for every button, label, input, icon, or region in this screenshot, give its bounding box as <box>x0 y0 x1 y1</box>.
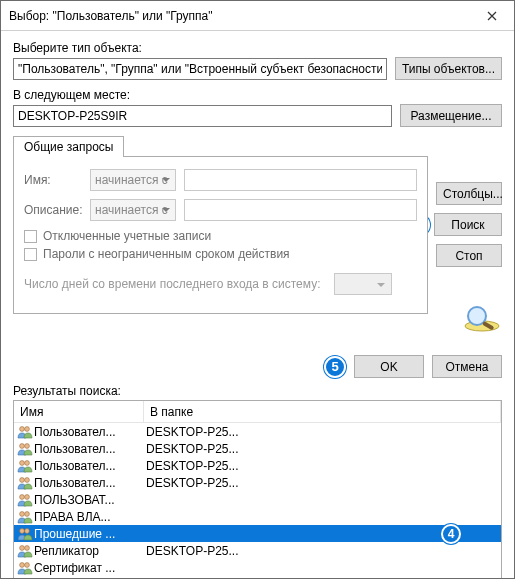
group-icon <box>16 544 34 558</box>
nonexpiring-passwords-label: Пароли с неограниченным сроком действия <box>43 247 290 261</box>
name-mode-select[interactable] <box>90 169 176 191</box>
svg-point-6 <box>25 443 30 448</box>
close-icon <box>487 11 497 21</box>
svg-point-7 <box>20 460 25 465</box>
svg-point-5 <box>20 443 25 448</box>
results-label: Результаты поиска: <box>13 384 502 398</box>
cell-name: Пользовател... <box>34 442 146 456</box>
svg-point-17 <box>20 545 25 550</box>
magnifier-icon <box>462 303 502 333</box>
ok-button[interactable]: OK <box>354 355 424 378</box>
days-select[interactable] <box>334 273 392 295</box>
group-icon <box>16 527 34 541</box>
columns-button[interactable]: Столбцы... <box>436 182 502 205</box>
svg-point-13 <box>20 511 25 516</box>
svg-point-14 <box>25 511 30 516</box>
svg-point-4 <box>25 426 30 431</box>
table-row[interactable]: Прошедшие ...4 <box>14 525 501 542</box>
cell-name: ПРАВА ВЛА... <box>34 510 146 524</box>
object-types-button[interactable]: Типы объектов... <box>395 57 502 80</box>
object-type-label: Выберите тип объекта: <box>13 41 387 55</box>
svg-point-1 <box>468 307 486 325</box>
table-row[interactable]: Сертификат ... <box>14 559 501 576</box>
table-row[interactable]: Пользовател...DESKTOP-P25... <box>14 440 501 457</box>
close-button[interactable] <box>469 1 514 31</box>
queries-panel: Имя: Описание: Отключенные учетные запис… <box>13 156 428 314</box>
table-row[interactable]: Пользовател...DESKTOP-P25... <box>14 423 501 440</box>
cell-folder: DESKTOP-P25... <box>146 459 501 473</box>
location-field[interactable] <box>13 105 392 127</box>
cell-folder: DESKTOP-P25... <box>146 476 501 490</box>
group-icon <box>16 476 34 490</box>
group-icon <box>16 510 34 524</box>
cell-folder: DESKTOP-P25... <box>146 442 501 456</box>
badge-5: 5 <box>324 356 346 378</box>
days-label: Число дней со времени последнего входа в… <box>24 277 320 291</box>
table-row[interactable]: РепликаторDESKTOP-P25... <box>14 542 501 559</box>
cell-name: Пользовател... <box>34 459 146 473</box>
header-name[interactable]: Имя <box>14 401 144 422</box>
search-button[interactable]: Поиск <box>434 213 502 236</box>
group-icon <box>16 493 34 507</box>
svg-point-19 <box>20 562 25 567</box>
cancel-button[interactable]: Отмена <box>432 355 502 378</box>
group-icon <box>16 442 34 456</box>
location-label: В следующем месте: <box>13 88 392 102</box>
titlebar: Выбор: "Пользователь" или "Группа" <box>1 1 514 31</box>
desc-mode-select[interactable] <box>90 199 176 221</box>
name-label: Имя: <box>24 173 82 187</box>
locations-button[interactable]: Размещение... <box>400 104 502 127</box>
cell-name: ПОЛЬЗОВАТ... <box>34 493 146 507</box>
group-icon <box>16 425 34 439</box>
svg-point-3 <box>20 426 25 431</box>
window-title: Выбор: "Пользователь" или "Группа" <box>9 9 213 23</box>
svg-point-20 <box>25 562 30 567</box>
svg-point-12 <box>25 494 30 499</box>
group-icon <box>16 459 34 473</box>
svg-point-18 <box>25 545 30 550</box>
group-icon <box>16 561 34 575</box>
header-folder[interactable]: В папке <box>144 401 501 422</box>
desc-label: Описание: <box>24 203 82 217</box>
svg-point-10 <box>25 477 30 482</box>
cell-name: Репликатор <box>34 544 146 558</box>
desc-value-input[interactable] <box>184 199 417 221</box>
svg-point-11 <box>20 494 25 499</box>
table-row[interactable]: Пользовател...DESKTOP-P25... <box>14 457 501 474</box>
cell-name: Сертификат ... <box>34 561 146 575</box>
table-row[interactable]: ПОЛЬЗОВАТ... <box>14 491 501 508</box>
stop-button[interactable]: Стоп <box>436 244 502 267</box>
cell-name: Прошедшие ... <box>34 527 146 541</box>
disabled-accounts-checkbox[interactable] <box>24 230 37 243</box>
svg-point-15 <box>20 528 25 533</box>
results-list[interactable]: Имя В папке Пользовател...DESKTOP-P25...… <box>13 400 502 579</box>
disabled-accounts-label: Отключенные учетные записи <box>43 229 211 243</box>
svg-point-9 <box>20 477 25 482</box>
badge-4: 4 <box>441 524 461 544</box>
nonexpiring-passwords-checkbox[interactable] <box>24 248 37 261</box>
svg-point-8 <box>25 460 30 465</box>
table-row[interactable]: Пользовател...DESKTOP-P25... <box>14 474 501 491</box>
object-type-field[interactable] <box>13 58 387 80</box>
cell-folder: DESKTOP-P25... <box>146 425 501 439</box>
table-row[interactable]: ПРАВА ВЛА... <box>14 508 501 525</box>
svg-point-16 <box>25 528 30 533</box>
tab-common-queries[interactable]: Общие запросы <box>13 136 124 157</box>
cell-name: Пользовател... <box>34 476 146 490</box>
name-value-input[interactable] <box>184 169 417 191</box>
cell-folder: DESKTOP-P25... <box>146 544 501 558</box>
cell-name: Пользовател... <box>34 425 146 439</box>
results-header: Имя В папке <box>14 401 501 423</box>
